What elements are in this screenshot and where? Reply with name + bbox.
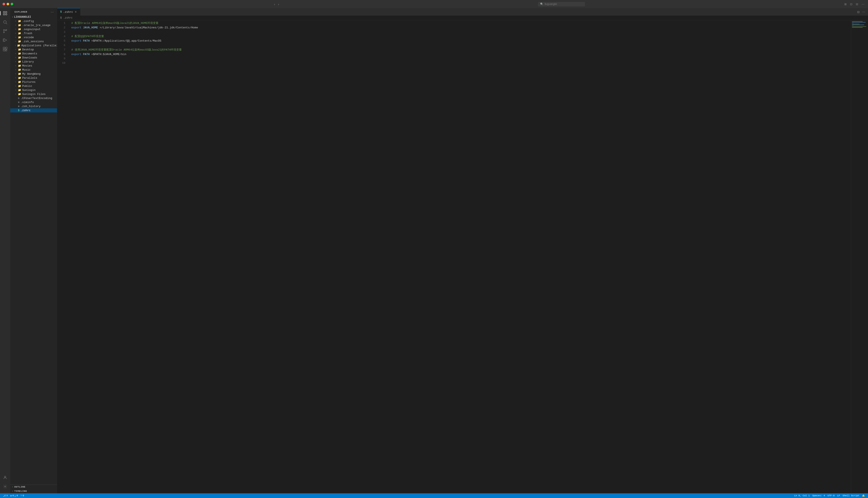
sidebar-item-documents[interactable]: › 📁 Documents xyxy=(10,52,57,56)
minimize-button[interactable] xyxy=(7,3,9,5)
timeline-section[interactable]: › TIMELINE xyxy=(10,489,57,493)
code-comment: # 配置Oracle ARM64位架构macOS版Java21的JAVA_HOM… xyxy=(71,22,158,25)
activity-item-search[interactable] xyxy=(1,18,9,26)
sidebar-item-pictures[interactable]: › 📁 Pictures xyxy=(10,80,57,84)
forward-button[interactable]: › xyxy=(277,2,280,6)
statusbar-branch[interactable]: ⎇ X xyxy=(2,494,9,497)
sidebar-item-vscode[interactable]: › 📁 .vscode xyxy=(10,36,57,39)
maximize-button[interactable] xyxy=(11,3,13,5)
more-actions-button[interactable]: ⋯ xyxy=(860,2,866,6)
svg-point-15 xyxy=(4,476,6,477)
statusbar-git[interactable]: ⑂ 0 xyxy=(19,494,25,497)
sidebar-item-trash[interactable]: › 📁 .Trash xyxy=(10,31,57,36)
breadcrumb-part1: $ .zshrc xyxy=(60,16,73,19)
activity-item-source-control[interactable] xyxy=(1,27,9,35)
sidebar-item-mywangwang[interactable]: › 📁 My WangWang xyxy=(10,72,57,76)
statusbar-encoding[interactable]: UTF-8 xyxy=(826,494,836,497)
item-label: Desktop xyxy=(22,48,34,51)
sidebar-item-viminfo[interactable]: › ≡ .viminfo xyxy=(10,100,57,104)
code-keyword: export xyxy=(71,26,81,29)
back-button[interactable]: ‹ xyxy=(273,2,276,6)
sidebar-header: EXPLORER ⋯ xyxy=(10,8,57,15)
outline-section[interactable]: › OUTLINE xyxy=(10,485,57,489)
activity-item-run[interactable] xyxy=(1,36,9,44)
layout-panel-button[interactable]: ⊟ xyxy=(855,2,859,6)
sidebar-item-desktop[interactable]: › 📁 Desktop xyxy=(10,48,57,52)
statusbar-left: ⎇ X ⊗ 0 △ 0 ⑂ 0 xyxy=(2,494,25,497)
statusbar-errors[interactable]: ⊗ 0 △ 0 xyxy=(9,494,19,497)
bottom-panels: › OUTLINE › TIMELINE xyxy=(10,485,57,493)
line-num-4: 4 xyxy=(57,34,65,39)
outline-title[interactable]: › OUTLINE xyxy=(10,485,57,489)
statusbar-language[interactable]: Shell Script xyxy=(841,494,861,497)
chevron-right-icon: › xyxy=(15,24,17,26)
tab-zshrc[interactable]: $ .zshrc ✕ xyxy=(57,8,80,16)
sidebar-item-sunlogin-files[interactable]: › 📁 Sunlogin Files xyxy=(10,92,57,96)
sidebar-content: ▾ LIUGUANGLEI › 📁 .config › 📁 .oracle_jr… xyxy=(10,15,57,485)
code-editor[interactable]: # 配置Oracle ARM64位架构macOS版Java21的JAVA_HOM… xyxy=(68,20,851,493)
chevron-icon: › xyxy=(12,490,13,493)
sidebar-item-downloads[interactable]: › 📁 Downloads xyxy=(10,56,57,60)
svg-point-7 xyxy=(6,29,7,30)
layout-toggle-button[interactable]: ⊞ xyxy=(843,2,848,6)
line-num-7: 7 xyxy=(57,48,65,52)
minimap-line xyxy=(852,24,860,24)
folder-icon: 📁 xyxy=(18,52,21,55)
sidebar-item-oracle-jre[interactable]: › 📁 .oracle_jre_usage xyxy=(10,23,57,27)
sidebar-item-parallels[interactable]: › 📁 Parallels xyxy=(10,76,57,80)
code-line-6 xyxy=(71,43,851,48)
split-editor-button[interactable]: ⊟ xyxy=(856,10,861,14)
search-bar[interactable]: 🔍 xyxy=(538,2,585,6)
svg-rect-12 xyxy=(3,47,5,49)
file-icon: ≡ xyxy=(18,105,20,108)
code-keyword: export xyxy=(71,39,81,42)
folder-icon: 📁 xyxy=(18,28,21,31)
timeline-title[interactable]: › TIMELINE xyxy=(10,489,57,493)
line-num-3: 3 xyxy=(57,30,65,35)
git-count: 0 xyxy=(23,494,24,497)
folder-icon: 📁 xyxy=(18,60,21,63)
sidebar-item-zshrc[interactable]: › $ .zshrc xyxy=(10,108,57,113)
activity-item-account[interactable] xyxy=(1,474,9,481)
sidebar-item-cfusertextencoding[interactable]: › ≡ .CFUserTextEncoding xyxy=(10,96,57,100)
folder-icon: 📁 xyxy=(18,56,21,59)
line-numbers: 1 2 3 4 5 6 7 8 9 10 xyxy=(57,20,68,493)
layout-split-button[interactable]: ⊡ xyxy=(849,2,854,6)
minimap-line xyxy=(852,25,854,26)
statusbar-bell[interactable]: 🔔 xyxy=(861,494,866,497)
sidebar-item-sogouinput[interactable]: › 📁 .sogouinput xyxy=(10,27,57,31)
statusbar-line-ending[interactable]: LF xyxy=(836,494,841,497)
activity-item-explorer[interactable] xyxy=(1,9,9,17)
tab-close-button[interactable]: ✕ xyxy=(74,11,77,14)
sidebar-root-folder[interactable]: ▾ LIUGUANGLEI xyxy=(10,15,57,19)
chevron-right-icon: › xyxy=(15,49,17,51)
close-button[interactable] xyxy=(2,3,5,5)
sidebar-item-music[interactable]: › 📁 Music xyxy=(10,68,57,72)
svg-rect-14 xyxy=(3,49,5,51)
sidebar-item-applications-parallels[interactable]: › 📁 Applications (Parallels) xyxy=(10,43,57,48)
search-input[interactable] xyxy=(545,2,575,5)
code-comment: # 配置QQ的PATH环境变量 xyxy=(71,35,104,38)
code-keyword: export xyxy=(71,53,81,56)
item-label: .config xyxy=(22,19,34,23)
more-actions-button[interactable]: ⋯ xyxy=(861,10,866,14)
sidebar-item-sunlogin[interactable]: › 📁 Sunlogin xyxy=(10,88,57,92)
sidebar-item-movies[interactable]: › 📁 Movies xyxy=(10,64,57,68)
sidebar-item-library[interactable]: › 📁 Library xyxy=(10,60,57,64)
item-label: Downloads xyxy=(22,56,37,59)
chevron-right-icon: › xyxy=(15,65,17,67)
sidebar-item-config[interactable]: › 📁 .config xyxy=(10,19,57,23)
statusbar-position[interactable]: Ln 9, Col 1 xyxy=(793,494,811,497)
line-num-1: 1 xyxy=(57,21,65,26)
activity-item-extensions[interactable] xyxy=(1,45,9,53)
sidebar-item-zsh-history[interactable]: › ≡ .zsh_history xyxy=(10,104,57,108)
svg-point-4 xyxy=(4,21,7,24)
statusbar-spaces[interactable]: Spaces: 4 xyxy=(811,494,826,497)
sidebar-item-zsh-sessions[interactable]: › 📁 .zsh_sessions xyxy=(10,39,57,43)
chevron-right-icon: › xyxy=(15,56,17,59)
sidebar-more-btn[interactable]: ⋯ xyxy=(50,10,54,14)
activity-item-settings[interactable] xyxy=(1,483,9,490)
item-label: Sunlogin Files xyxy=(22,93,46,96)
sidebar-item-public[interactable]: › 📁 Public xyxy=(10,84,57,88)
svg-marker-10 xyxy=(4,39,7,42)
